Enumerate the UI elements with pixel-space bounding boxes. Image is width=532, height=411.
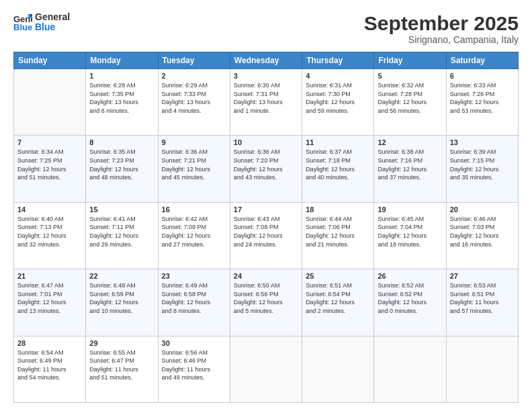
day-number: 27 — [450, 272, 515, 280]
calendar-cell: 22Sunrise: 6:48 AM Sunset: 6:59 PM Dayli… — [86, 269, 158, 336]
location: Sirignano, Campania, Italy — [364, 34, 519, 45]
day-number: 26 — [378, 272, 442, 280]
calendar-cell: 10Sunrise: 6:36 AM Sunset: 7:20 PM Dayli… — [230, 136, 302, 202]
week-row-2: 7Sunrise: 6:34 AM Sunset: 7:25 PM Daylig… — [14, 136, 519, 202]
cell-text: Sunrise: 6:53 AM Sunset: 6:51 PM Dayligh… — [450, 281, 515, 315]
day-number: 20 — [450, 205, 515, 214]
page: General Blue General Blue September 2025… — [0, 0, 532, 411]
cell-text: Sunrise: 6:33 AM Sunset: 7:26 PM Dayligh… — [450, 81, 515, 115]
calendar-cell: 15Sunrise: 6:41 AM Sunset: 7:11 PM Dayli… — [86, 202, 158, 269]
day-header-wednesday: Wednesday — [230, 52, 302, 69]
cell-text: Sunrise: 6:29 AM Sunset: 7:33 PM Dayligh… — [162, 81, 226, 115]
cell-text: Sunrise: 6:30 AM Sunset: 7:31 PM Dayligh… — [234, 81, 298, 115]
calendar-cell: 25Sunrise: 6:51 AM Sunset: 6:54 PM Dayli… — [302, 269, 374, 336]
cell-text: Sunrise: 6:36 AM Sunset: 7:20 PM Dayligh… — [234, 148, 298, 181]
cell-text: Sunrise: 6:41 AM Sunset: 7:11 PM Dayligh… — [89, 215, 154, 248]
day-number: 17 — [234, 205, 298, 214]
day-number: 21 — [17, 272, 82, 280]
day-number: 12 — [378, 138, 442, 146]
week-row-1: 1Sunrise: 6:28 AM Sunset: 7:35 PM Daylig… — [14, 69, 519, 136]
day-header-tuesday: Tuesday — [158, 52, 230, 69]
day-number: 18 — [306, 205, 370, 214]
day-number: 11 — [306, 138, 370, 146]
cell-text: Sunrise: 6:44 AM Sunset: 7:06 PM Dayligh… — [306, 215, 370, 248]
cell-text: Sunrise: 6:38 AM Sunset: 7:16 PM Dayligh… — [378, 148, 442, 181]
day-number: 14 — [17, 205, 82, 214]
calendar-cell: 6Sunrise: 6:33 AM Sunset: 7:26 PM Daylig… — [446, 69, 518, 136]
day-number: 13 — [450, 138, 515, 146]
cell-text: Sunrise: 6:36 AM Sunset: 7:21 PM Dayligh… — [162, 148, 226, 181]
cell-text: Sunrise: 6:40 AM Sunset: 7:13 PM Dayligh… — [17, 215, 82, 248]
cell-text: Sunrise: 6:55 AM Sunset: 6:47 PM Dayligh… — [89, 349, 154, 382]
cell-text: Sunrise: 6:43 AM Sunset: 7:08 PM Dayligh… — [234, 215, 298, 248]
day-number: 1 — [89, 72, 154, 80]
title-block: September 2025 Sirignano, Campania, Ital… — [364, 12, 519, 45]
calendar-cell: 19Sunrise: 6:45 AM Sunset: 7:04 PM Dayli… — [374, 202, 446, 269]
cell-text: Sunrise: 6:49 AM Sunset: 6:58 PM Dayligh… — [162, 281, 226, 315]
calendar-cell: 13Sunrise: 6:39 AM Sunset: 7:15 PM Dayli… — [446, 136, 518, 202]
day-number: 4 — [306, 72, 370, 80]
cell-text: Sunrise: 6:34 AM Sunset: 7:25 PM Dayligh… — [17, 148, 82, 181]
cell-text: Sunrise: 6:45 AM Sunset: 7:04 PM Dayligh… — [378, 215, 442, 248]
day-number: 7 — [17, 138, 82, 146]
calendar-cell: 7Sunrise: 6:34 AM Sunset: 7:25 PM Daylig… — [14, 136, 86, 202]
day-number: 28 — [17, 339, 82, 347]
calendar-cell: 17Sunrise: 6:43 AM Sunset: 7:08 PM Dayli… — [230, 202, 302, 269]
day-number: 16 — [162, 205, 226, 214]
calendar-cell — [230, 336, 302, 402]
cell-text: Sunrise: 6:46 AM Sunset: 7:03 PM Dayligh… — [450, 215, 515, 248]
calendar-cell: 30Sunrise: 6:56 AM Sunset: 6:46 PM Dayli… — [158, 336, 230, 402]
day-header-saturday: Saturday — [446, 52, 518, 69]
day-number: 23 — [162, 272, 226, 280]
calendar-cell — [446, 336, 518, 402]
calendar-cell: 12Sunrise: 6:38 AM Sunset: 7:16 PM Dayli… — [374, 136, 446, 202]
day-number: 2 — [162, 72, 226, 80]
calendar-cell: 21Sunrise: 6:47 AM Sunset: 7:01 PM Dayli… — [14, 269, 86, 336]
header-row: SundayMondayTuesdayWednesdayThursdayFrid… — [14, 52, 519, 69]
calendar-cell: 23Sunrise: 6:49 AM Sunset: 6:58 PM Dayli… — [158, 269, 230, 336]
calendar-cell: 9Sunrise: 6:36 AM Sunset: 7:21 PM Daylig… — [158, 136, 230, 202]
cell-text: Sunrise: 6:39 AM Sunset: 7:15 PM Dayligh… — [450, 148, 515, 181]
calendar-cell: 26Sunrise: 6:52 AM Sunset: 6:52 PM Dayli… — [374, 269, 446, 336]
calendar-cell: 29Sunrise: 6:55 AM Sunset: 6:47 PM Dayli… — [86, 336, 158, 402]
calendar-cell: 20Sunrise: 6:46 AM Sunset: 7:03 PM Dayli… — [446, 202, 518, 269]
calendar-cell — [14, 69, 86, 136]
month-title: September 2025 — [364, 12, 519, 34]
logo-icon: General Blue — [13, 13, 32, 32]
day-number: 22 — [89, 272, 154, 280]
calendar-cell: 2Sunrise: 6:29 AM Sunset: 7:33 PM Daylig… — [158, 69, 230, 136]
cell-text: Sunrise: 6:52 AM Sunset: 6:52 PM Dayligh… — [378, 281, 442, 315]
calendar-cell: 11Sunrise: 6:37 AM Sunset: 7:18 PM Dayli… — [302, 136, 374, 202]
cell-text: Sunrise: 6:51 AM Sunset: 6:54 PM Dayligh… — [306, 281, 370, 315]
day-number: 8 — [89, 138, 154, 146]
day-number: 3 — [234, 72, 298, 80]
calendar-table: SundayMondayTuesdayWednesdayThursdayFrid… — [13, 52, 519, 403]
day-number: 19 — [378, 205, 442, 214]
calendar-cell: 16Sunrise: 6:42 AM Sunset: 7:09 PM Dayli… — [158, 202, 230, 269]
calendar-cell: 1Sunrise: 6:28 AM Sunset: 7:35 PM Daylig… — [86, 69, 158, 136]
calendar-cell: 4Sunrise: 6:31 AM Sunset: 7:30 PM Daylig… — [302, 69, 374, 136]
calendar-cell: 27Sunrise: 6:53 AM Sunset: 6:51 PM Dayli… — [446, 269, 518, 336]
cell-text: Sunrise: 6:32 AM Sunset: 7:28 PM Dayligh… — [378, 81, 442, 115]
day-header-thursday: Thursday — [302, 52, 374, 69]
calendar-cell — [374, 336, 446, 402]
day-header-monday: Monday — [86, 52, 158, 69]
day-number: 24 — [234, 272, 298, 280]
cell-text: Sunrise: 6:35 AM Sunset: 7:23 PM Dayligh… — [89, 148, 154, 181]
cell-text: Sunrise: 6:42 AM Sunset: 7:09 PM Dayligh… — [162, 215, 226, 248]
day-number: 6 — [450, 72, 515, 80]
calendar-cell: 24Sunrise: 6:50 AM Sunset: 6:56 PM Dayli… — [230, 269, 302, 336]
day-number: 5 — [378, 72, 442, 80]
week-row-5: 28Sunrise: 6:54 AM Sunset: 6:49 PM Dayli… — [14, 336, 519, 402]
cell-text: Sunrise: 6:28 AM Sunset: 7:35 PM Dayligh… — [89, 81, 154, 115]
cell-text: Sunrise: 6:47 AM Sunset: 7:01 PM Dayligh… — [17, 281, 82, 315]
calendar-cell: 5Sunrise: 6:32 AM Sunset: 7:28 PM Daylig… — [374, 69, 446, 136]
header: General Blue General Blue September 2025… — [13, 12, 519, 45]
cell-text: Sunrise: 6:50 AM Sunset: 6:56 PM Dayligh… — [234, 281, 298, 315]
calendar-cell — [302, 336, 374, 402]
cell-text: Sunrise: 6:48 AM Sunset: 6:59 PM Dayligh… — [89, 281, 154, 315]
day-number: 10 — [234, 138, 298, 146]
cell-text: Sunrise: 6:56 AM Sunset: 6:46 PM Dayligh… — [162, 349, 226, 382]
cell-text: Sunrise: 6:31 AM Sunset: 7:30 PM Dayligh… — [306, 81, 370, 115]
day-header-sunday: Sunday — [14, 52, 86, 69]
